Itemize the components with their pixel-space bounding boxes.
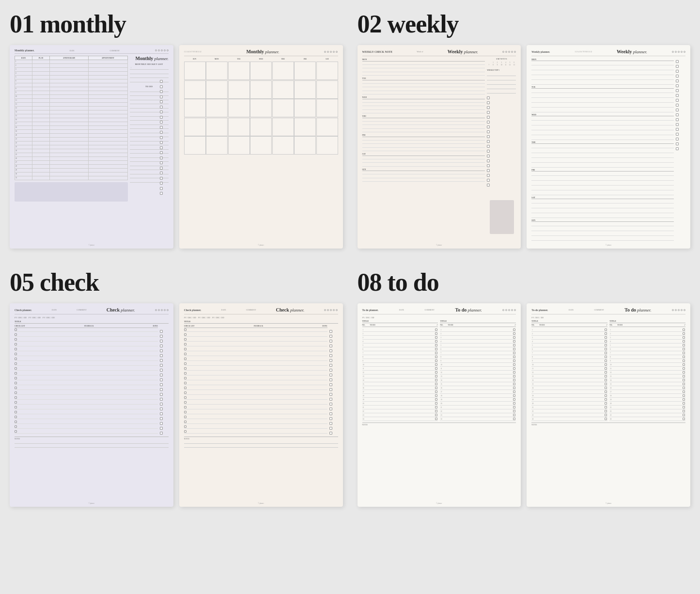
checkbox[interactable]: [160, 167, 163, 170]
checkbox[interactable]: [15, 358, 17, 360]
checkbox[interactable]: [15, 372, 17, 375]
checkbox[interactable]: [329, 427, 332, 430]
checkbox[interactable]: [513, 418, 515, 420]
checkbox[interactable]: [15, 401, 17, 404]
checkbox[interactable]: [487, 96, 490, 99]
checkbox[interactable]: [435, 418, 437, 420]
checkbox[interactable]: [676, 128, 679, 131]
checkbox[interactable]: [160, 187, 163, 190]
checkbox[interactable]: [435, 367, 437, 370]
checkbox[interactable]: [184, 362, 187, 365]
checkbox[interactable]: [435, 336, 437, 339]
checkbox[interactable]: [605, 387, 607, 389]
checkbox[interactable]: [487, 135, 490, 138]
checkbox[interactable]: [184, 396, 187, 399]
checkbox[interactable]: [513, 406, 515, 408]
checkbox[interactable]: [160, 192, 163, 195]
checkbox[interactable]: [487, 125, 490, 128]
checkbox[interactable]: [184, 372, 187, 375]
checkbox[interactable]: [683, 391, 685, 393]
checkbox[interactable]: [160, 131, 163, 134]
checkbox[interactable]: [435, 379, 437, 381]
checkbox[interactable]: [487, 116, 490, 119]
checkbox[interactable]: [683, 352, 685, 354]
checkbox[interactable]: [676, 75, 679, 78]
checkbox[interactable]: [160, 374, 163, 376]
checkbox[interactable]: [15, 391, 17, 394]
checkbox[interactable]: [487, 140, 490, 143]
checkbox[interactable]: [605, 328, 607, 331]
checkbox[interactable]: [676, 99, 679, 102]
checkbox[interactable]: [605, 340, 607, 343]
checkbox[interactable]: [435, 363, 437, 366]
checkbox[interactable]: [160, 100, 163, 103]
checkbox[interactable]: [513, 414, 515, 416]
checkbox[interactable]: [676, 142, 679, 145]
checkbox[interactable]: [329, 369, 332, 372]
checkbox[interactable]: [15, 396, 17, 399]
checkbox[interactable]: [160, 398, 163, 401]
checkbox[interactable]: [513, 394, 515, 397]
checkbox[interactable]: [184, 416, 187, 418]
checkbox[interactable]: [160, 151, 163, 154]
checkbox[interactable]: [435, 375, 437, 377]
checkbox[interactable]: [15, 348, 17, 350]
checkbox[interactable]: [184, 430, 187, 433]
checkbox[interactable]: [513, 344, 515, 346]
checkbox[interactable]: [513, 375, 515, 377]
checkbox[interactable]: [513, 398, 515, 401]
checkbox[interactable]: [676, 138, 679, 141]
checkbox[interactable]: [683, 410, 685, 412]
checkbox[interactable]: [513, 410, 515, 412]
checkbox[interactable]: [15, 430, 17, 433]
checkbox[interactable]: [683, 394, 685, 397]
checkbox[interactable]: [487, 155, 490, 157]
checkbox[interactable]: [160, 156, 163, 159]
checkbox[interactable]: [513, 336, 515, 339]
checkbox[interactable]: [683, 375, 685, 377]
checkbox[interactable]: [487, 159, 490, 162]
checkbox[interactable]: [487, 106, 490, 109]
checkbox[interactable]: [605, 352, 607, 354]
checkbox[interactable]: [329, 354, 332, 357]
checkbox[interactable]: [683, 348, 685, 350]
checkbox[interactable]: [435, 360, 437, 362]
checkbox[interactable]: [15, 328, 17, 331]
checkbox[interactable]: [160, 110, 163, 113]
checkbox[interactable]: [513, 356, 515, 358]
checkbox[interactable]: [605, 391, 607, 393]
checkbox[interactable]: [160, 393, 163, 396]
checkbox[interactable]: [513, 360, 515, 362]
checkbox[interactable]: [329, 364, 332, 367]
checkbox[interactable]: [15, 353, 17, 355]
checkbox[interactable]: [487, 101, 490, 104]
checkbox[interactable]: [160, 335, 163, 338]
checkbox[interactable]: [676, 79, 679, 82]
checkbox[interactable]: [487, 145, 490, 148]
checkbox[interactable]: [15, 382, 17, 384]
checkbox[interactable]: [160, 330, 163, 333]
checkbox[interactable]: [683, 363, 685, 366]
checkbox[interactable]: [676, 60, 679, 63]
checkbox[interactable]: [160, 106, 163, 109]
checkbox[interactable]: [160, 116, 163, 119]
checkbox[interactable]: [15, 362, 17, 365]
checkbox[interactable]: [605, 414, 607, 416]
checkbox[interactable]: [487, 174, 490, 177]
checkbox[interactable]: [160, 417, 163, 420]
checkbox[interactable]: [160, 427, 163, 430]
checkbox[interactable]: [605, 383, 607, 385]
checkbox[interactable]: [15, 387, 17, 389]
checkbox[interactable]: [329, 335, 332, 338]
checkbox[interactable]: [683, 336, 685, 339]
checkbox[interactable]: [160, 161, 163, 164]
checkbox[interactable]: [683, 332, 685, 335]
checkbox[interactable]: [329, 374, 332, 376]
checkbox[interactable]: [487, 184, 490, 187]
checkbox[interactable]: [676, 65, 679, 68]
checkbox[interactable]: [160, 136, 163, 139]
checkbox[interactable]: [683, 398, 685, 401]
checkbox[interactable]: [487, 169, 490, 172]
checkbox[interactable]: [435, 371, 437, 374]
checkbox[interactable]: [15, 377, 17, 379]
